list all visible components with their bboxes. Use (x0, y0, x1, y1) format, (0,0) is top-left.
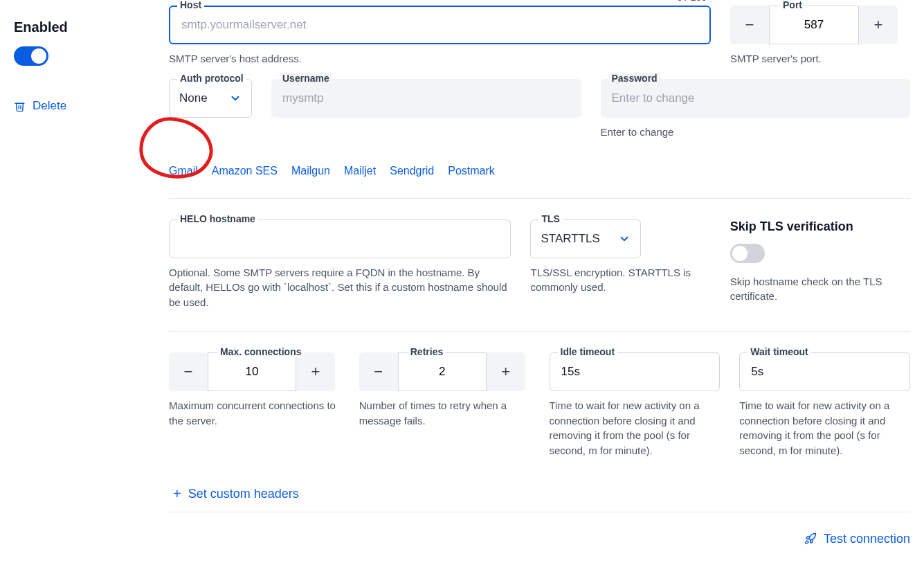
provider-links: Gmail Amazon SES Mailgun Mailjet Sendgri… (169, 148, 910, 198)
idle-timeout-label: Idle timeout (558, 346, 618, 357)
provider-link-mailgun[interactable]: Mailgun (291, 165, 330, 177)
retries-label: Retries (408, 346, 446, 357)
retries-decrement-button[interactable]: − (359, 352, 398, 391)
test-connection-button[interactable]: Test connection (804, 532, 910, 546)
chevron-down-icon (618, 233, 631, 245)
max-connections-input[interactable] (208, 352, 296, 391)
sidebar: Enabled Delete (14, 6, 152, 546)
tls-field: TLS STARTTLS TLS/SSL encryption. STARTTL… (530, 219, 710, 310)
test-connection-label: Test connection (824, 532, 910, 546)
provider-link-sendgrid[interactable]: Sendgrid (390, 165, 434, 177)
set-custom-headers-label: Set custom headers (188, 487, 299, 501)
username-field: Username (271, 79, 581, 140)
rocket-icon (804, 532, 817, 545)
retries-stepper: − + (359, 352, 530, 391)
auth-protocol-label: Auth protocol (177, 73, 246, 84)
auth-protocol-value: None (179, 91, 208, 105)
max-connections-label: Max. connections (217, 346, 304, 357)
helo-helper: Optional. Some SMTP servers require a FQ… (169, 265, 511, 310)
idle-timeout-input[interactable] (550, 352, 721, 391)
wait-timeout-label: Wait timeout (748, 346, 810, 357)
main-content: 0 / 200 Host SMTP server's host address.… (169, 6, 910, 546)
host-field: 0 / 200 Host SMTP server's host address. (169, 6, 711, 66)
skip-tls-toggle[interactable] (730, 244, 765, 263)
wait-timeout-input[interactable] (739, 352, 910, 391)
host-label: Host (177, 0, 204, 10)
port-input[interactable] (769, 6, 859, 44)
port-stepper: − + (730, 6, 910, 44)
enabled-title: Enabled (14, 19, 152, 35)
max-connections-stepper: − + (169, 352, 340, 391)
max-connections-field: Max. connections − + Maximum concurrent … (169, 352, 340, 458)
idle-timeout-field: Idle timeout Time to wait for new activi… (550, 352, 721, 458)
port-decrement-button[interactable]: − (730, 6, 769, 44)
provider-link-amazon-ses[interactable]: Amazon SES (212, 165, 278, 177)
tls-label: TLS (538, 213, 562, 224)
max-connections-helper: Maximum concurrent connections to the se… (169, 398, 340, 429)
auth-protocol-field: Auth protocol None (169, 79, 252, 140)
tls-select[interactable]: STARTTLS (530, 219, 641, 258)
port-helper: SMTP server's port. (730, 51, 910, 66)
idle-timeout-helper: Time to wait for new activity on a conne… (550, 398, 721, 458)
skip-tls-field: Skip TLS verification Skip hostname chec… (730, 219, 910, 310)
wait-timeout-field: Wait timeout Time to wait for new activi… (739, 352, 910, 458)
set-custom-headers-button[interactable]: + Set custom headers (169, 467, 910, 512)
retries-field: Retries − + Number of times to retry whe… (359, 352, 530, 458)
host-helper: SMTP server's host address. (169, 51, 711, 66)
max-connections-decrement-button[interactable]: − (169, 352, 208, 391)
retries-input[interactable] (398, 352, 487, 391)
username-label: Username (280, 73, 332, 84)
provider-link-postmark[interactable]: Postmark (448, 165, 495, 177)
chevron-down-icon (229, 92, 242, 105)
delete-label: Delete (33, 99, 66, 113)
skip-tls-title: Skip TLS verification (730, 219, 910, 234)
password-input[interactable] (601, 79, 911, 118)
divider-1 (169, 198, 910, 199)
host-char-count: 0 / 200 (677, 0, 707, 3)
helo-field: HELO hostname Optional. Some SMTP server… (169, 219, 511, 310)
trash-icon (14, 100, 26, 112)
password-label: Password (609, 73, 660, 84)
host-input[interactable] (169, 6, 711, 44)
port-label: Port (780, 0, 805, 10)
password-helper: Enter to change (601, 125, 911, 140)
retries-increment-button[interactable]: + (487, 352, 525, 391)
retries-helper: Number of times to retry when a message … (359, 398, 530, 429)
username-input[interactable] (271, 79, 581, 118)
helo-label: HELO hostname (177, 213, 258, 224)
wait-timeout-helper: Time to wait for new activity on a conne… (739, 398, 910, 458)
provider-link-gmail[interactable]: Gmail (169, 165, 198, 177)
plus-icon: + (173, 486, 181, 502)
helo-input[interactable] (169, 219, 511, 258)
port-increment-button[interactable]: + (859, 6, 898, 44)
tls-helper: TLS/SSL encryption. STARTTLS is commonly… (530, 265, 710, 296)
max-connections-increment-button[interactable]: + (296, 352, 335, 391)
divider-2 (169, 331, 910, 332)
tls-value: STARTTLS (541, 232, 599, 246)
password-field: Password Enter to change (601, 79, 911, 140)
provider-link-mailjet[interactable]: Mailjet (344, 165, 376, 177)
enabled-toggle[interactable] (14, 46, 48, 66)
delete-button[interactable]: Delete (14, 99, 152, 113)
auth-protocol-select[interactable]: None (169, 79, 252, 118)
port-field: Port − + SMTP server's port. (730, 6, 910, 66)
skip-tls-helper: Skip hostname check on the TLS certifica… (730, 274, 910, 305)
